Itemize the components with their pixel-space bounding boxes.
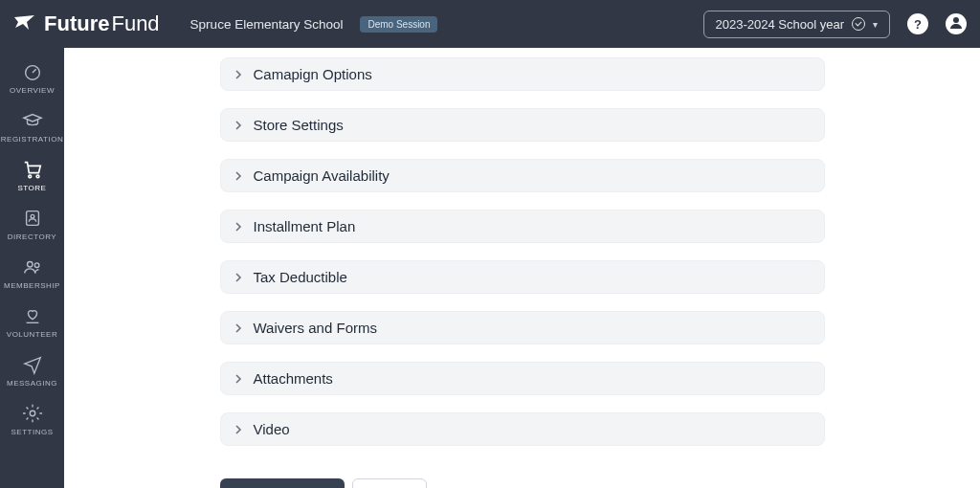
sidebar-item-store[interactable]: STORE	[0, 151, 64, 198]
header: FutureFund Spruce Elementary School Demo…	[0, 0, 980, 48]
question-icon: ?	[914, 17, 922, 32]
chevron-right-icon	[231, 371, 246, 387]
paper-plane-icon	[22, 354, 43, 375]
graduation-icon	[22, 110, 43, 131]
address-book-icon	[22, 208, 43, 229]
accordion-title: Installment Plan	[254, 218, 356, 234]
brand-word-2: Fund	[111, 11, 159, 35]
chevron-right-icon	[231, 422, 246, 437]
school-year-select[interactable]: 2023-2024 School year ▾	[703, 11, 890, 38]
accordion-installment-plan[interactable]: Installment Plan	[220, 210, 825, 243]
main-content: Camapign Options Store Settings Campaign…	[64, 48, 980, 488]
cancel-button[interactable]: Cancel	[352, 478, 427, 488]
accordion-campaign-availability[interactable]: Campaign Availability	[220, 159, 825, 192]
form-actions: Build Campaign Cancel	[220, 478, 825, 488]
help-button[interactable]: ?	[907, 13, 928, 34]
sidebar-item-settings[interactable]: SETTINGS	[0, 395, 64, 442]
build-campaign-button[interactable]: Build Campaign	[220, 478, 345, 488]
sidebar-item-membership[interactable]: MEMBERSHIP	[0, 249, 64, 296]
accordion-title: Camapign Options	[254, 66, 372, 82]
year-select-label: 2023-2024 School year	[716, 17, 844, 32]
users-icon	[22, 256, 43, 277]
accordion-store-settings[interactable]: Store Settings	[220, 108, 825, 142]
accordion-title: Waivers and Forms	[254, 320, 377, 336]
svg-point-3	[36, 175, 39, 178]
user-menu[interactable]	[946, 13, 967, 34]
cart-icon	[22, 159, 43, 180]
accordion-campaign-options[interactable]: Camapign Options	[220, 57, 825, 91]
user-icon	[948, 14, 964, 33]
accordion-tax-deductible[interactable]: Tax Deductible	[220, 260, 825, 294]
accordion-title: Store Settings	[254, 117, 344, 133]
gauge-icon	[22, 61, 43, 82]
svg-point-8	[30, 410, 35, 416]
sidebar-item-registration[interactable]: REGISTRATION	[0, 102, 64, 149]
accordion-title: Tax Deductible	[254, 269, 347, 285]
sidebar-item-label: REGISTRATION	[1, 135, 63, 144]
svg-point-2	[28, 175, 31, 178]
sidebar-item-label: MESSAGING	[7, 379, 57, 388]
svg-point-7	[34, 263, 39, 268]
accordion-attachments[interactable]: Attachments	[220, 362, 825, 395]
sidebar-item-label: STORE	[18, 184, 47, 192]
sidebar: OVERVIEW REGISTRATION STORE	[0, 48, 64, 488]
svg-point-6	[27, 262, 33, 268]
paper-plane-icon	[13, 13, 36, 35]
brand-word-1: Future	[44, 11, 109, 35]
chevron-right-icon	[231, 168, 246, 184]
brand-logo[interactable]: FutureFund	[13, 11, 160, 36]
sidebar-item-label: SETTINGS	[11, 428, 53, 436]
sidebar-item-label: VOLUNTEER	[7, 330, 57, 339]
accordion-video[interactable]: Video	[220, 412, 825, 446]
sidebar-item-volunteer[interactable]: VOLUNTEER	[0, 298, 64, 344]
demo-badge: Demo Session	[360, 16, 437, 33]
svg-point-0	[953, 17, 959, 23]
chevron-right-icon	[231, 219, 246, 234]
chevron-right-icon	[231, 118, 246, 133]
sidebar-item-label: MEMBERSHIP	[4, 281, 60, 290]
accordion-title: Video	[254, 421, 290, 437]
check-circle-icon	[852, 17, 865, 31]
caret-down-icon: ▾	[873, 19, 878, 30]
chevron-right-icon	[231, 321, 246, 336]
accordion-title: Campaign Availability	[254, 167, 390, 184]
sidebar-item-label: OVERVIEW	[10, 86, 55, 95]
sidebar-item-directory[interactable]: DIRECTORY	[0, 200, 64, 247]
accordion-title: Attachments	[254, 370, 333, 387]
svg-point-5	[31, 214, 34, 218]
hand-heart-icon	[22, 305, 43, 326]
chevron-right-icon	[231, 270, 246, 285]
school-name: Spruce Elementary School	[190, 17, 344, 32]
sidebar-item-messaging[interactable]: MESSAGING	[0, 346, 64, 393]
svg-point-1	[25, 66, 39, 80]
sidebar-item-overview[interactable]: OVERVIEW	[0, 54, 64, 100]
gear-icon	[22, 403, 43, 424]
chevron-right-icon	[231, 67, 246, 82]
accordion-waivers-and-forms[interactable]: Waivers and Forms	[220, 311, 825, 344]
sidebar-item-label: DIRECTORY	[8, 233, 56, 241]
